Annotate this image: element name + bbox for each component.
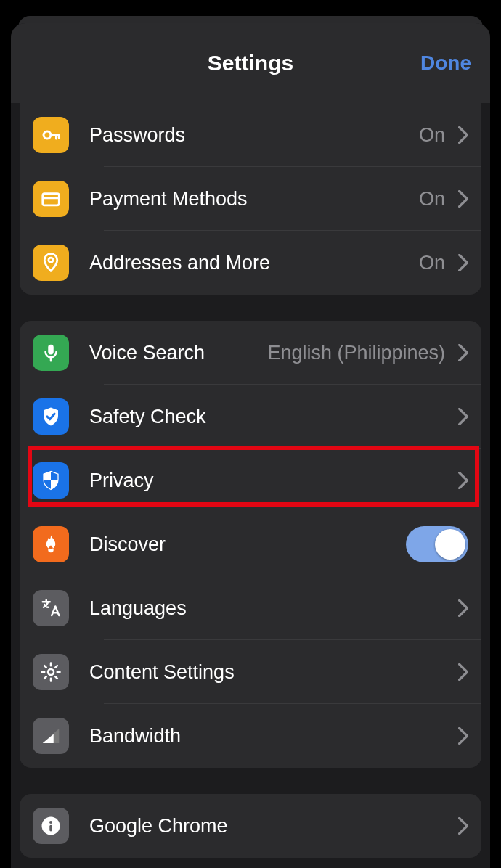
settings-group-autofill: Passwords On Payment Methods On (20, 103, 481, 295)
shield-check-icon (33, 398, 69, 435)
credit-card-icon (33, 181, 69, 217)
row-label: Bandwidth (89, 725, 445, 748)
settings-group-about: Google Chrome (20, 794, 481, 858)
svg-rect-10 (51, 470, 62, 480)
info-icon (33, 808, 69, 844)
svg-rect-9 (40, 470, 51, 480)
row-label: Google Chrome (89, 815, 445, 838)
row-safety-check[interactable]: Safety Check (20, 385, 481, 449)
row-label: Payment Methods (89, 188, 410, 210)
chevron-right-icon (458, 126, 468, 144)
row-value: English (Philippines) (267, 342, 445, 364)
row-languages[interactable]: Languages (20, 576, 481, 640)
flame-icon (33, 526, 69, 562)
row-label: Content Settings (89, 661, 445, 684)
svg-point-6 (49, 258, 53, 262)
svg-rect-4 (43, 194, 60, 205)
row-google-chrome[interactable]: Google Chrome (20, 794, 481, 858)
row-value: On (419, 188, 445, 210)
translate-icon (33, 590, 69, 626)
chevron-right-icon (458, 254, 468, 271)
row-value: On (419, 252, 445, 274)
row-privacy[interactable]: Privacy (20, 449, 481, 512)
row-content-settings[interactable]: Content Settings (20, 640, 481, 704)
row-label: Discover (89, 533, 397, 556)
key-icon (33, 117, 69, 153)
microphone-icon (33, 335, 69, 371)
row-label: Addresses and More (89, 252, 410, 274)
row-addresses[interactable]: Addresses and More On (20, 231, 481, 295)
chevron-right-icon (458, 663, 468, 681)
discover-toggle[interactable] (406, 526, 468, 562)
row-label: Safety Check (89, 406, 445, 428)
row-voice-search[interactable]: Voice Search English (Philippines) (20, 321, 481, 385)
settings-group-general: Voice Search English (Philippines) Safet… (20, 321, 481, 768)
chevron-right-icon (458, 190, 468, 208)
row-label: Passwords (89, 124, 410, 147)
row-passwords[interactable]: Passwords On (20, 103, 481, 167)
row-bandwidth[interactable]: Bandwidth (20, 704, 481, 768)
location-pin-icon (33, 245, 69, 281)
chevron-right-icon (458, 727, 468, 745)
row-value: On (419, 124, 445, 147)
shield-icon (33, 462, 69, 499)
svg-rect-16 (49, 825, 52, 832)
settings-sheet: Settings Done Passwords On Payment (11, 23, 490, 868)
chevron-right-icon (458, 408, 468, 425)
done-button[interactable]: Done (420, 52, 471, 75)
gear-icon (33, 654, 69, 690)
row-label: Privacy (89, 470, 445, 492)
svg-point-15 (49, 821, 52, 824)
chevron-right-icon (458, 599, 468, 617)
row-discover[interactable]: Discover (20, 512, 481, 576)
settings-content: Passwords On Payment Methods On (11, 103, 490, 858)
svg-point-13 (48, 669, 54, 675)
row-label: Languages (89, 597, 445, 620)
svg-rect-7 (48, 345, 54, 355)
modal-header: Settings Done (11, 23, 490, 103)
chevron-right-icon (458, 344, 468, 361)
page-title: Settings (208, 51, 293, 75)
chevron-right-icon (458, 472, 468, 489)
signal-icon (33, 718, 69, 754)
row-payment-methods[interactable]: Payment Methods On (20, 167, 481, 231)
chevron-right-icon (458, 817, 468, 835)
row-label: Voice Search (89, 342, 258, 364)
